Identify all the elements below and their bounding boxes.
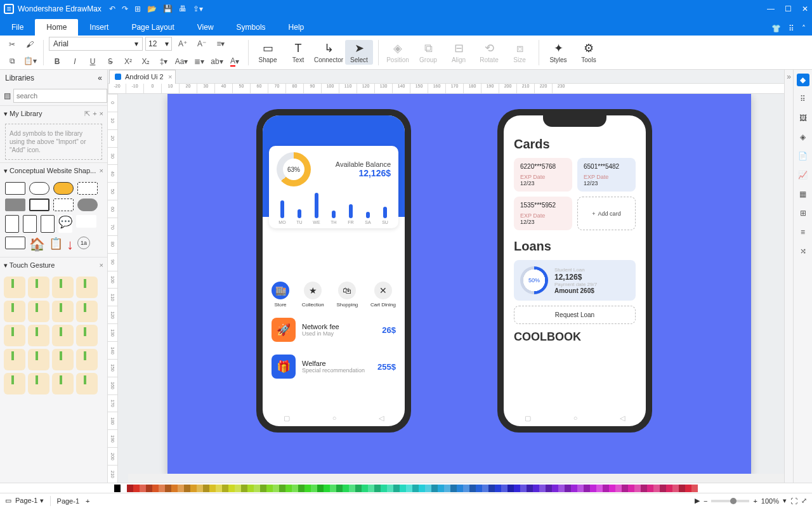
grid-icon[interactable]: ⠿ (789, 24, 794, 33)
tool-position[interactable]: ◈Position (384, 40, 412, 65)
shape-cylinder[interactable] (5, 215, 19, 233)
close-gesture-icon[interactable]: × (100, 261, 103, 269)
add-page-icon[interactable]: + (86, 497, 89, 505)
credit-card-3[interactable]: 1535***5952EXP Date12/23 (514, 197, 572, 230)
add-lib-icon[interactable]: + (93, 110, 96, 118)
credit-card-2[interactable]: 6501***5482EXP Date12/23 (577, 158, 636, 192)
tool-styles[interactable]: ✦Styles (544, 40, 572, 65)
shape-doc[interactable] (41, 215, 55, 233)
collapse-left-icon[interactable]: « (98, 74, 102, 82)
list-welfare[interactable]: 🎁 WelfareSpecial recommendation 255$ (263, 348, 405, 385)
print-icon[interactable]: 🖶 (179, 4, 187, 13)
page-select[interactable]: Page-1 ▾ (15, 497, 44, 505)
present-icon[interactable]: ▶ (695, 497, 700, 505)
apps-icon[interactable]: ⠿ (797, 93, 809, 105)
quick-collection[interactable]: ★Collection (302, 282, 324, 308)
subscript-icon[interactable]: X₂ (138, 54, 154, 69)
strike-icon[interactable]: S̶ (102, 54, 119, 69)
quick-store[interactable]: 🏬Store (272, 282, 289, 308)
cut-icon[interactable]: ✂ (4, 37, 20, 52)
tool-tools[interactable]: ⚙Tools (575, 40, 603, 65)
color-palette-bar[interactable] (0, 483, 812, 493)
close-lib-icon[interactable]: × (100, 110, 103, 118)
save-icon[interactable]: 💾 (163, 4, 173, 13)
scrollbar-horizontal[interactable] (128, 474, 784, 483)
page-icon[interactable]: 📄 (797, 150, 809, 162)
add-card-button[interactable]: +Add card (577, 197, 636, 230)
fit-page-icon[interactable]: ⛶ (790, 497, 797, 505)
tool-shape[interactable]: ▭Shape (254, 40, 282, 65)
redo-icon[interactable]: ↷ (122, 4, 128, 13)
font-color-icon[interactable]: A▾ (226, 54, 243, 69)
list-icon[interactable]: ≣▾ (191, 54, 207, 69)
tool-text[interactable]: TText (284, 40, 312, 65)
shape-pill-fill[interactable] (77, 199, 98, 211)
menu-file[interactable]: File (0, 19, 35, 36)
align-menu-icon[interactable]: ≡▾ (213, 36, 229, 51)
copy-icon[interactable]: ⧉ (4, 53, 20, 68)
shuffle-icon[interactable]: ⤭ (797, 245, 809, 257)
line-spacing-icon[interactable]: ‡▾ (155, 54, 172, 69)
shape-dash[interactable] (77, 182, 98, 195)
undo-icon[interactable]: ↶ (109, 4, 115, 13)
layers-icon[interactable]: ◈ (797, 131, 809, 143)
quick-shopping[interactable]: 🛍Shopping (336, 282, 358, 308)
menu-home[interactable]: Home (35, 19, 78, 36)
tshirt-icon[interactable]: 👕 (771, 24, 781, 33)
menu-page-layout[interactable]: Page Layout (120, 19, 185, 36)
close-tab-icon[interactable]: × (168, 73, 172, 81)
increase-font-icon[interactable]: A⁺ (174, 36, 191, 51)
gesture-item[interactable] (4, 277, 25, 298)
document-tab[interactable]: Android Ui 2 × (109, 70, 176, 84)
zoom-out-icon[interactable]: − (704, 497, 707, 505)
fullscreen-icon[interactable]: ⤢ (801, 497, 807, 505)
highlight-icon[interactable]: ab▾ (209, 54, 225, 69)
theme-icon[interactable]: ◆ (797, 74, 809, 86)
page-tab[interactable]: Page-1 (57, 497, 79, 505)
list-network-fee[interactable]: 🚀 Network feeUsed in May 26$ (263, 311, 405, 348)
close-concept-icon[interactable]: × (100, 167, 103, 174)
credit-card-1[interactable]: 6220***5768EXP Date12/23 (514, 158, 572, 192)
collapse-ribbon-icon[interactable]: ˄ (802, 24, 806, 33)
bold-icon[interactable]: B (49, 54, 65, 69)
import-icon[interactable]: ⇱ (84, 110, 90, 118)
tool-select[interactable]: ➤Select (345, 40, 373, 65)
minimize-icon[interactable]: — (767, 4, 775, 13)
new-icon[interactable]: ⊞ (134, 4, 141, 13)
text-case-icon[interactable]: Aa▾ (173, 54, 190, 69)
close-icon[interactable]: ✕ (802, 4, 808, 13)
menu-symbols[interactable]: Symbols (225, 19, 277, 36)
shape-fill[interactable] (5, 199, 25, 211)
decrease-font-icon[interactable]: A⁻ (193, 36, 210, 51)
tool-rotate[interactable]: ⟲Rotate (475, 40, 503, 65)
shape-pill-orange[interactable] (53, 182, 74, 195)
more-icon[interactable]: ⊞ (797, 207, 809, 219)
export-icon[interactable]: ⇪▾ (193, 4, 203, 13)
quick-dining[interactable]: ✕Cart Dining (370, 282, 396, 308)
zoom-in-icon[interactable]: + (753, 497, 757, 505)
page-width-icon[interactable]: ▭ (5, 497, 11, 505)
shape-rect[interactable] (5, 182, 25, 195)
tool-group[interactable]: ⧉Group (414, 40, 442, 65)
underline-icon[interactable]: U (84, 54, 101, 69)
italic-icon[interactable]: I (67, 54, 83, 69)
loan-card[interactable]: 50% Student Loan 12,126$ Payment date 29… (514, 260, 636, 301)
shape-dash2[interactable] (53, 199, 74, 211)
zoom-slider[interactable] (711, 500, 749, 502)
textalign-icon[interactable]: ≡ (797, 226, 809, 238)
shape-box[interactable] (5, 237, 25, 249)
tool-connector[interactable]: ↳Connector (315, 40, 343, 65)
menu-insert[interactable]: Insert (78, 19, 120, 36)
chart-icon[interactable]: 📈 (797, 169, 809, 181)
collapse-right-icon[interactable]: » (784, 70, 793, 483)
library-menu-icon[interactable]: ▤ (4, 91, 11, 100)
font-size-select[interactable]: 12▾ (145, 37, 172, 51)
superscript-icon[interactable]: X² (120, 54, 136, 69)
tool-align[interactable]: ⊟Align (445, 40, 473, 65)
shape-thick[interactable] (29, 199, 49, 211)
menu-help[interactable]: Help (277, 19, 316, 36)
shape-window[interactable] (23, 215, 37, 233)
shape-pill[interactable] (29, 182, 49, 195)
tool-size[interactable]: ⧈Size (506, 40, 534, 65)
image-icon[interactable]: 🖼 (797, 112, 809, 124)
